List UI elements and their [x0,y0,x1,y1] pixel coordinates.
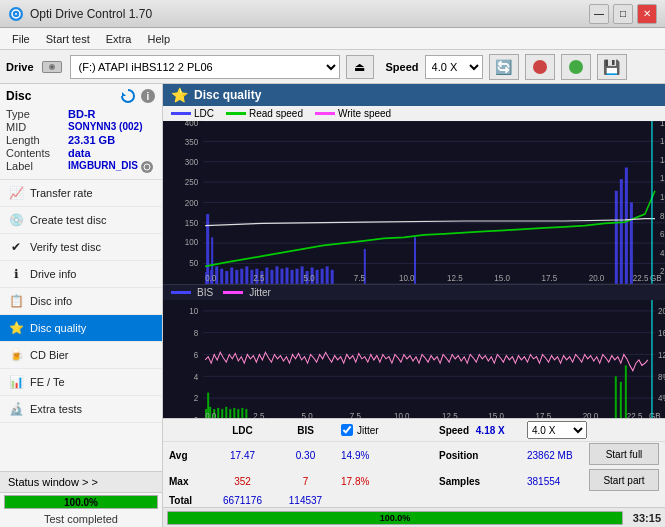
lower-chart-legend: BIS Jitter [163,285,665,300]
nav-fe-te-label: FE / Te [30,376,65,388]
nav-disc-quality[interactable]: ⭐ Disc quality [0,315,162,342]
refresh-button[interactable]: 🔄 [489,54,519,80]
svg-text:250: 250 [185,176,199,187]
eject-button[interactable]: ⏏ [346,55,374,79]
ldc-total: 6671176 [215,495,270,506]
bottom-progress-fill: 100.0% [167,511,623,525]
svg-rect-46 [230,268,233,284]
svg-text:i: i [147,91,150,102]
nav-transfer-rate[interactable]: 📈 Transfer rate [0,180,162,207]
status-window-button[interactable]: Status window > > [0,472,162,493]
bis-total: 114537 [278,495,333,506]
chart-title-icon: ⭐ [171,87,188,103]
nav-create-test-disc[interactable]: 💿 Create test disc [0,207,162,234]
nav-extra-tests[interactable]: 🔬 Extra tests [0,396,162,423]
progress-text: 100.0% [5,496,157,508]
save-button[interactable]: 💾 [597,54,627,80]
verify-disc-icon: ✔ [8,239,24,255]
nav-cd-bier-label: CD Bier [30,349,69,361]
jitter-max: 17.8% [341,476,431,487]
disc-type-value: BD-R [68,108,96,120]
svg-text:350: 350 [185,137,199,148]
svg-rect-115 [245,409,247,418]
nav-disc-info[interactable]: 📋 Disc info [0,288,162,315]
chart-area: 400 350 300 250 200 150 100 50 18X 16X 1… [163,121,665,418]
svg-text:20.0: 20.0 [589,273,605,284]
drive-label: Drive [6,61,34,73]
progress-bar: 100.0% [4,495,158,509]
svg-rect-47 [235,270,238,284]
speed-dropdown-container: 4.0 X Max [527,421,659,439]
disc-contents-value: data [68,147,91,159]
svg-point-8 [569,60,583,74]
lower-chart: BIS Jitter 10 [163,285,665,418]
svg-text:200: 200 [185,197,199,208]
svg-text:17.5: 17.5 [535,410,551,418]
bis-max: 7 [278,476,333,487]
transfer-rate-icon: 📈 [8,185,24,201]
svg-text:0.0: 0.0 [205,273,216,284]
legend-ldc: LDC [171,108,214,119]
nav-create-disc-label: Create test disc [30,214,106,226]
svg-text:7.5: 7.5 [350,410,361,418]
svg-text:10X: 10X [660,192,665,203]
speed-label: Speed [386,61,419,73]
svg-text:5.0: 5.0 [304,273,315,284]
svg-rect-45 [225,271,228,284]
start-full-button[interactable]: Start full [589,443,659,465]
svg-text:12.5: 12.5 [447,273,463,284]
nav-disc-quality-label: Disc quality [30,322,86,334]
maximize-button[interactable]: □ [613,4,633,24]
speed-selector[interactable]: 4.0 X Max 2.0 X 1.0 X [425,55,483,79]
svg-text:22.5: 22.5 [633,273,649,284]
color1-button[interactable] [525,54,555,80]
legend-bis: BIS [171,287,213,298]
disc-info-icon[interactable]: i [140,88,156,104]
svg-text:22.5: 22.5 [627,410,643,418]
menu-start-test[interactable]: Start test [38,31,98,47]
nav-cd-bier[interactable]: 🍺 CD Bier [0,342,162,369]
samples-val: 381554 [527,476,560,487]
svg-text:8%: 8% [658,371,665,381]
speed-val: 4.18 X [476,425,505,436]
disc-refresh-icon[interactable] [120,88,136,104]
nav-drive-info[interactable]: ℹ Drive info [0,261,162,288]
menu-help[interactable]: Help [139,31,178,47]
extra-tests-icon: 🔬 [8,401,24,417]
svg-rect-53 [265,268,268,284]
close-button[interactable]: ✕ [637,4,657,24]
speed-dropdown[interactable]: 4.0 X Max [527,421,587,439]
svg-text:16%: 16% [658,327,665,337]
svg-text:2.5: 2.5 [253,410,264,418]
nav-verify-disc-label: Verify test disc [30,241,101,253]
upper-chart: 400 350 300 250 200 150 100 50 18X 16X 1… [163,121,665,285]
svg-text:300: 300 [185,157,199,168]
jitter-checkbox[interactable] [341,424,353,436]
svg-text:18X: 18X [660,121,665,128]
label-icon [140,160,154,174]
start-part-button[interactable]: Start part [589,469,659,491]
minimize-button[interactable]: — [589,4,609,24]
stats-bar: LDC BIS Jitter Speed 4.18 X 4.0 X Max [163,418,665,507]
nav-fe-te[interactable]: 📊 FE / Te [0,369,162,396]
bottom-progress-text: 100.0% [168,512,622,524]
svg-rect-72 [620,179,623,284]
svg-rect-110 [225,407,227,418]
svg-rect-49 [245,266,248,283]
drive-selector[interactable]: (F:) ATAPI iHBS112 2 PL06 [70,55,340,79]
menu-file[interactable]: File [4,31,38,47]
jitter-label: Jitter [249,287,271,298]
app-icon [8,6,24,22]
svg-rect-111 [229,409,231,418]
svg-rect-57 [285,268,288,284]
position-val: 23862 MB [527,450,573,461]
speed-col-header: Speed 4.18 X [439,425,519,436]
disc-contents-label: Contents [6,147,68,159]
nav-verify-test-disc[interactable]: ✔ Verify test disc [0,234,162,261]
disc-length-value: 23.31 GB [68,134,115,146]
menu-extra[interactable]: Extra [98,31,140,47]
stats-header-row: LDC BIS Jitter Speed 4.18 X 4.0 X Max [163,419,665,442]
svg-rect-65 [326,266,329,283]
color2-button[interactable] [561,54,591,80]
svg-text:12%: 12% [658,349,665,359]
